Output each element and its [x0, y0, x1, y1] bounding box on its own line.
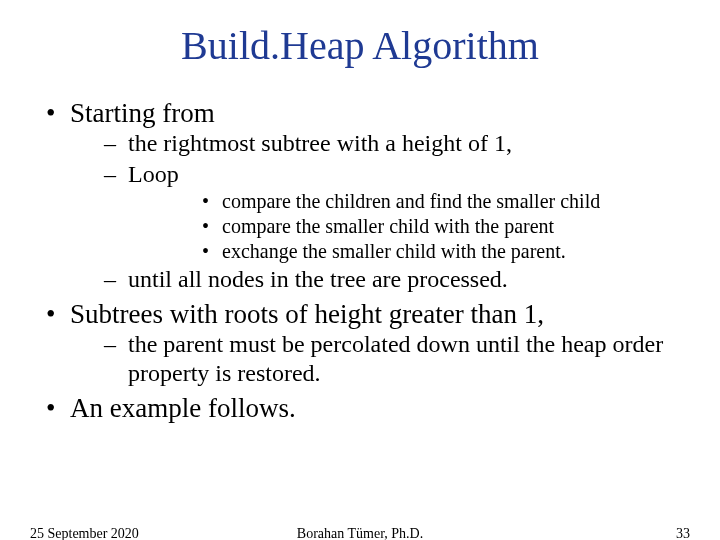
slide-content: Starting from the rightmost subtree with…: [0, 97, 720, 424]
bullet-text: Starting from: [70, 98, 215, 128]
bullet-percolate-down: the parent must be percolated down until…: [70, 330, 680, 388]
footer-date: 25 September 2020: [30, 526, 250, 540]
bullet-loop: Loop compare the children and find the s…: [70, 160, 680, 263]
footer: 25 September 2020 Borahan Tümer, Ph.D. 3…: [0, 526, 720, 540]
bullet-text: Subtrees with roots of height greater th…: [70, 299, 544, 329]
slide-title: Build.Heap Algorithm: [0, 22, 720, 69]
bullet-starting-from: Starting from the rightmost subtree with…: [40, 97, 680, 294]
bullet-example-follows: An example follows.: [40, 392, 680, 424]
bullet-text: Loop: [128, 161, 179, 187]
bullet-compare-parent: compare the smaller child with the paren…: [128, 214, 680, 238]
footer-author: Borahan Tümer, Ph.D.: [250, 526, 470, 540]
bullet-rightmost-subtree: the rightmost subtree with a height of 1…: [70, 129, 680, 158]
slide: Build.Heap Algorithm Starting from the r…: [0, 22, 720, 540]
bullet-exchange: exchange the smaller child with the pare…: [128, 239, 680, 263]
bullet-until-processed: until all nodes in the tree are processe…: [70, 265, 680, 294]
footer-page-number: 33: [470, 526, 690, 540]
bullet-compare-children: compare the children and find the smalle…: [128, 189, 680, 213]
bullet-subtrees-height: Subtrees with roots of height greater th…: [40, 298, 680, 388]
